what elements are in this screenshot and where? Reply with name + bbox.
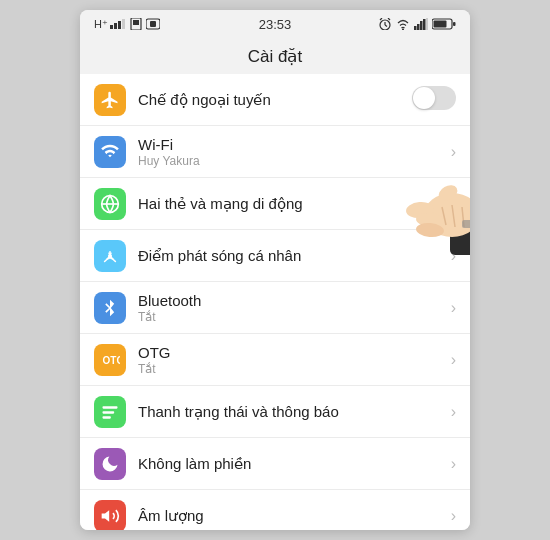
airplane-text: Chế độ ngoại tuyến (138, 91, 406, 109)
moon-icon (100, 454, 120, 474)
volume-chevron: › (451, 507, 456, 525)
svg-line-12 (388, 18, 390, 20)
settings-item-notify[interactable]: Thanh trạng thái và thông báo › (80, 386, 470, 438)
otg-text: OTG Tắt (138, 344, 445, 376)
volume-title: Âm lượng (138, 507, 445, 525)
bluetooth-icon (100, 298, 120, 318)
sim-chevron: › (451, 195, 456, 213)
svg-rect-3 (122, 19, 125, 29)
airplane-title: Chế độ ngoại tuyến (138, 91, 406, 109)
volume-icon-wrap (94, 500, 126, 531)
svg-rect-5 (133, 20, 139, 25)
svg-rect-16 (420, 21, 423, 30)
bluetooth-text: Bluetooth Tắt (138, 292, 445, 324)
dnd-title: Không làm phiền (138, 455, 445, 473)
hotspot-icon (100, 246, 120, 266)
airplane-icon (100, 90, 120, 110)
hotspot-icon-wrap (94, 240, 126, 272)
svg-rect-27 (103, 411, 115, 414)
signal-strength-icon (414, 18, 428, 30)
wifi-chevron: › (451, 143, 456, 161)
notify-text: Thanh trạng thái và thông báo (138, 403, 445, 421)
signal-bars-icon (110, 19, 126, 29)
status-signal: H⁺ (94, 18, 160, 31)
wifi-icon-wrap (94, 136, 126, 168)
settings-item-airplane[interactable]: Chế độ ngoại tuyến (80, 74, 470, 126)
settings-item-otg[interactable]: OTG OTG Tắt › (80, 334, 470, 386)
svg-rect-1 (114, 23, 117, 29)
hotspot-chevron: › (451, 247, 456, 265)
svg-rect-28 (103, 416, 111, 419)
svg-rect-26 (103, 406, 118, 409)
svg-rect-2 (118, 21, 121, 29)
otg-icon: OTG (100, 350, 120, 370)
svg-rect-14 (414, 26, 417, 30)
settings-item-sim[interactable]: Hai thẻ và mạng di động › (80, 178, 470, 230)
airplane-toggle[interactable] (412, 86, 456, 114)
dnd-icon-wrap (94, 448, 126, 480)
battery-icon (432, 18, 456, 30)
status-time: 23:53 (259, 17, 292, 32)
airplane-icon-wrap (94, 84, 126, 116)
hotspot-title: Điểm phát sóng cá nhân (138, 247, 445, 265)
settings-item-hotspot[interactable]: Điểm phát sóng cá nhân › (80, 230, 470, 282)
otg-subtitle: Tắt (138, 362, 445, 376)
svg-text:OTG: OTG (103, 355, 121, 366)
dnd-text: Không làm phiền (138, 455, 445, 473)
svg-rect-20 (434, 21, 447, 28)
bluetooth-icon-wrap (94, 292, 126, 324)
sim-icon (130, 18, 142, 30)
wifi-settings-icon (100, 142, 120, 162)
settings-item-wifi[interactable]: Wi-Fi Huy Yakura › (80, 126, 470, 178)
bluetooth-chevron: › (451, 299, 456, 317)
svg-line-10 (385, 25, 387, 27)
wifi-subtitle: Huy Yakura (138, 154, 445, 168)
otg-chevron: › (451, 351, 456, 369)
hotspot-text: Điểm phát sóng cá nhân (138, 247, 445, 265)
bluetooth-title: Bluetooth (138, 292, 445, 309)
svg-rect-21 (453, 22, 456, 26)
svg-point-13 (402, 29, 404, 31)
phone-container: H⁺ 23:53 (80, 10, 470, 530)
svg-rect-18 (426, 18, 428, 30)
notify-icon (100, 402, 120, 422)
svg-rect-7 (150, 21, 156, 27)
svg-rect-17 (423, 19, 426, 30)
otg-title: OTG (138, 344, 445, 361)
alarm-icon (378, 18, 392, 30)
svg-line-11 (380, 18, 382, 20)
otg-icon-wrap: OTG (94, 344, 126, 376)
notify-title: Thanh trạng thái và thông báo (138, 403, 445, 421)
wifi-text: Wi-Fi Huy Yakura (138, 136, 445, 168)
volume-icon (100, 506, 120, 526)
notify-icon-wrap (94, 396, 126, 428)
page-title: Cài đặt (80, 38, 470, 74)
bluetooth-subtitle: Tắt (138, 310, 445, 324)
status-bar: H⁺ 23:53 (80, 10, 470, 38)
sim-text: Hai thẻ và mạng di động (138, 195, 445, 213)
svg-marker-29 (102, 510, 110, 522)
sim-icon-wrap (94, 188, 126, 220)
globe-icon (100, 194, 120, 214)
wifi-title: Wi-Fi (138, 136, 445, 153)
status-icons (378, 18, 456, 30)
svg-rect-0 (110, 25, 113, 29)
notify-chevron: › (451, 403, 456, 421)
wifi-icon (396, 18, 410, 30)
settings-item-bluetooth[interactable]: Bluetooth Tắt › (80, 282, 470, 334)
dnd-chevron: › (451, 455, 456, 473)
svg-rect-15 (417, 24, 420, 30)
volume-text: Âm lượng (138, 507, 445, 525)
photo-icon (146, 18, 160, 30)
settings-list: Chế độ ngoại tuyến Wi-Fi Huy Yakura › (80, 74, 470, 530)
settings-item-volume[interactable]: Âm lượng › (80, 490, 470, 530)
sim-title: Hai thẻ và mạng di động (138, 195, 445, 213)
settings-item-dnd[interactable]: Không làm phiền › (80, 438, 470, 490)
